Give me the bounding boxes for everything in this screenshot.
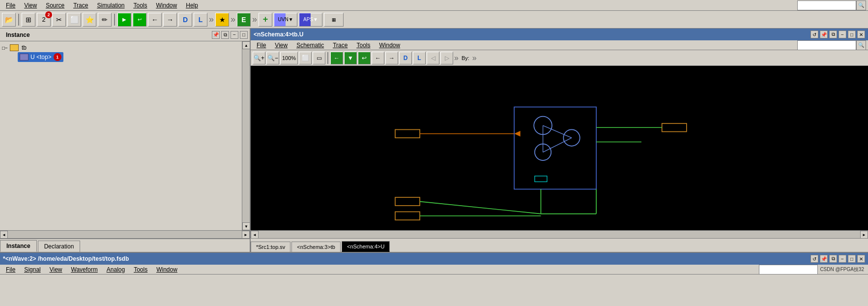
tree-expand-tb[interactable]: □− [2,45,8,51]
wave-restore-button[interactable]: ⧉ [829,255,837,263]
wave-pin-button[interactable]: 📌 [820,255,828,263]
menu-window[interactable]: Window [152,1,181,10]
schema-l-button[interactable]: L [413,52,426,64]
wave-refresh-button[interactable]: ↺ [810,255,818,263]
schema-restore-button[interactable]: ⧉ [829,31,837,38]
star2-button[interactable]: ★ [215,13,229,27]
select-button[interactable]: ⬜ [67,13,81,27]
minimize-button[interactable]: − [231,31,238,39]
tree-item-tb[interactable]: □− tb [2,43,240,52]
menu-file[interactable]: File [2,1,19,10]
extra-button[interactable]: ▦ [324,13,344,27]
l-button[interactable]: L [194,13,207,27]
schema-menu-window[interactable]: Window [375,41,404,50]
wave-search-input[interactable] [759,265,818,275]
schema-arrow-left[interactable]: ← [372,52,384,64]
schema-search-input[interactable] [797,40,856,50]
wave-menu-analog[interactable]: Analog [103,265,129,274]
tab-declaration[interactable]: Declaration [38,241,81,252]
schema-arrow-right[interactable]: → [385,52,398,64]
pin-button[interactable]: 📌 [212,31,220,39]
edit-button[interactable]: ✏ [98,13,112,27]
menu-view[interactable]: View [20,1,41,10]
wave-menu-signal[interactable]: Signal [20,265,44,274]
maximize-button[interactable]: □ [240,31,248,39]
tab-instance[interactable]: Instance [0,240,37,252]
new-schematic-button[interactable]: ⊞ [22,13,35,27]
schema-tab-u[interactable]: <nSchema:4>U [342,241,390,252]
star-button[interactable]: ⭐ [83,13,96,27]
schema-menu-file[interactable]: File [253,41,270,50]
top-search-button[interactable]: 🔍 [856,0,866,10]
schema-diamond-left[interactable]: ◁ [427,52,439,64]
hier-button[interactable]: ▼ [344,52,357,64]
run-green-button[interactable]: ▶ [117,13,131,27]
zoom-out-button[interactable]: 🔍− [266,52,279,64]
back-button[interactable]: ← [330,52,343,64]
arrow-right-button[interactable]: → [163,13,177,27]
run-green2-button[interactable]: ↩ [133,13,146,27]
vscroll-track[interactable] [242,49,250,222]
arrow-left-button[interactable]: ← [148,13,162,27]
wave-menu-waveform[interactable]: Waveform [67,265,102,274]
wave-menu-file[interactable]: File [2,265,19,274]
aps-button[interactable]: APS▼ [299,13,322,27]
schema-tabs: *Src1:top.sv <nSchema:3>tb <nSchema:4>U [251,238,868,252]
top-search-input[interactable] [797,0,856,10]
menu-trace[interactable]: Trace [69,1,92,10]
schema-search-button[interactable]: 🔍 [856,40,866,50]
menu-simulation[interactable]: Simulation [93,1,128,10]
schema-hscroll-track[interactable] [259,231,860,238]
hscroll-right[interactable]: ► [242,231,250,239]
forward-button[interactable]: ↩ [358,52,371,64]
open-button[interactable]: 📂 [2,13,16,27]
wave-minimize-button[interactable]: − [839,255,846,263]
d-button[interactable]: D [178,13,192,27]
schema-tab-tb[interactable]: <nSchema:3>tb [291,242,341,252]
cut-button[interactable]: ✂ [52,13,66,27]
wave-maximize-button[interactable]: □ [848,255,856,263]
folder-icon-tb [10,44,19,51]
zoom-in-button[interactable]: 🔍+ [253,52,265,64]
restore-button[interactable]: ⧉ [221,31,229,39]
wave-close-button[interactable]: ✕ [857,255,865,263]
e-button[interactable]: E [237,13,251,27]
hscroll-track[interactable] [8,231,242,238]
zoom-fit-button[interactable]: ⬜ [299,52,312,64]
wave-menu-view[interactable]: View [46,265,66,274]
chevron-right-icon: » [209,14,214,25]
plus-button[interactable]: + [259,13,272,27]
vscroll-down[interactable]: ▼ [242,222,250,230]
schema-menu-trace[interactable]: Trace [329,41,351,50]
menu-help[interactable]: Help [182,1,202,10]
schema-hscroll-right[interactable]: ► [860,231,868,239]
menu-tools[interactable]: Tools [130,1,151,10]
left-panel-hscroll: ◄ ► [0,230,250,238]
schema-pin-button[interactable]: 📌 [820,31,828,38]
schema-menu-tools[interactable]: Tools [352,41,374,50]
wave-menu-window[interactable]: Window [152,265,181,274]
schema-close-button[interactable]: ✕ [857,31,865,38]
schema-diamond-right[interactable]: ▷ [440,52,453,64]
badge-button[interactable]: 2 2 [37,13,51,27]
schema-canvas[interactable] [251,66,868,230]
uvn-button[interactable]: UVN▼ [274,13,297,27]
zoom-percent-button[interactable]: 100% [280,52,298,64]
schema-refresh-button[interactable]: ↺ [810,31,818,38]
wave-menu-tools[interactable]: Tools [130,265,151,274]
schema-d-button[interactable]: D [399,52,412,64]
schema-tab-src[interactable]: *Src1:top.sv [251,242,290,252]
tree-item-u[interactable]: U <top> 1 [2,52,240,62]
vscroll-up[interactable]: ▲ [242,41,250,49]
hscroll-left[interactable]: ◄ [0,231,8,239]
instance-tree: □− tb U <top> 1 [0,41,242,64]
schema-maximize-button[interactable]: □ [848,31,856,38]
wave-title: *<nWave:2> /home/eda/Desktop/test/top.fs… [3,255,129,262]
menu-source[interactable]: Source [42,1,68,10]
schema-hscroll-left[interactable]: ◄ [251,231,259,239]
zoom-rect-button[interactable]: ▭ [313,52,325,64]
schema-title: <nSchema:4>tb.U [254,31,303,38]
schema-menu-schematic[interactable]: Schematic [292,41,328,50]
schema-minimize-button[interactable]: − [839,31,846,38]
schema-menu-view[interactable]: View [271,41,291,50]
